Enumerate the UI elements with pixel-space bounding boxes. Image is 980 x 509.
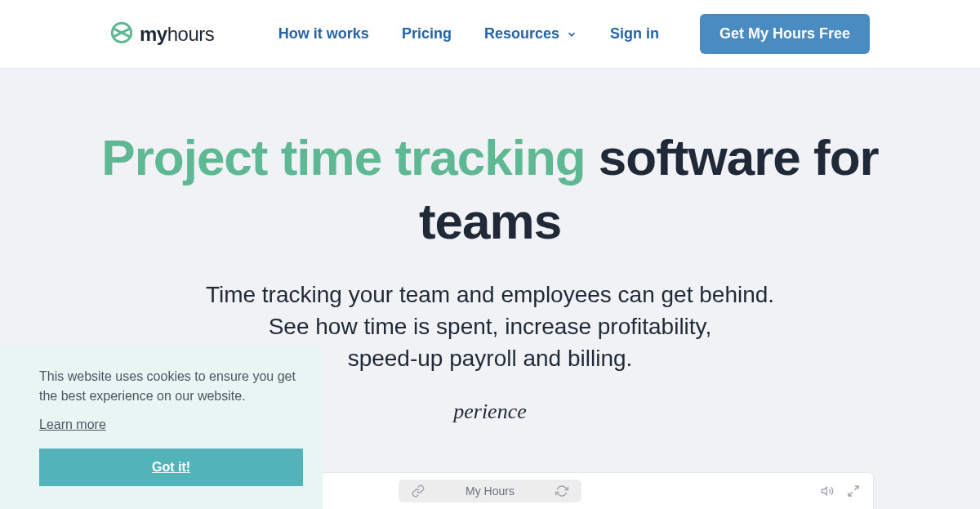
nav-resources[interactable]: Resources — [484, 25, 577, 42]
cookie-banner: This website uses cookies to ensure you … — [0, 347, 323, 509]
nav-sign-in[interactable]: Sign in — [610, 25, 659, 42]
header: myhours How it works Pricing Resources S… — [0, 0, 980, 69]
subtitle-line-1: Time tracking your team and employees ca… — [206, 282, 774, 307]
cookie-learn-more-link[interactable]: Learn more — [39, 417, 106, 432]
nav-resources-label: Resources — [484, 25, 559, 42]
svg-marker-1 — [822, 487, 826, 494]
cookie-text: This website uses cookies to ensure you … — [39, 367, 303, 406]
hero-title-accent: Project time tracking — [101, 129, 585, 185]
hero-title: Project time tracking software for teams — [82, 126, 898, 252]
refresh-icon[interactable] — [555, 484, 568, 498]
get-free-button[interactable]: Get My Hours Free — [700, 14, 870, 54]
fullscreen-icon[interactable] — [847, 484, 860, 498]
chevron-down-icon — [566, 29, 577, 40]
link-icon[interactable] — [412, 484, 425, 498]
nav-pricing[interactable]: Pricing — [402, 25, 452, 42]
video-title: My Hours — [466, 484, 514, 498]
subtitle-line-3: speed-up payroll and billing. — [348, 346, 633, 371]
cookie-accept-button[interactable]: Got it! — [39, 449, 303, 486]
logo-icon — [110, 21, 133, 47]
nav-how-it-works[interactable]: How it works — [278, 25, 369, 42]
logo-text: myhours — [140, 23, 214, 46]
volume-icon[interactable] — [821, 484, 834, 498]
video-address-bar: My Hours — [399, 480, 581, 502]
main-nav: How it works Pricing Resources Sign in G… — [278, 14, 870, 54]
subtitle-line-2: See how time is spent, increase profitab… — [269, 314, 712, 339]
logo[interactable]: myhours — [110, 21, 214, 47]
